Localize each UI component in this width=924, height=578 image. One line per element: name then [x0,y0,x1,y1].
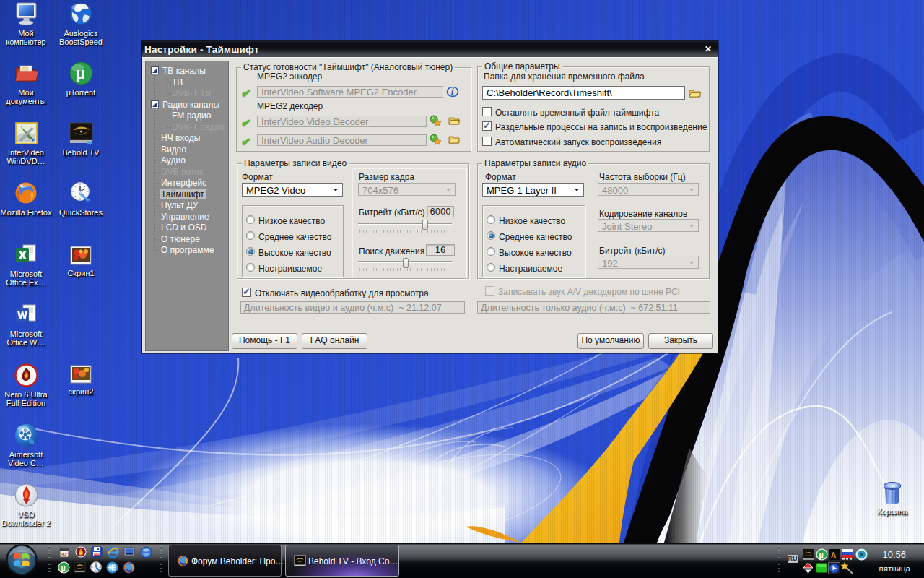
svg-text:µ: µ [819,551,824,559]
svg-text:µ: µ [61,564,66,572]
svg-text:i: i [451,87,454,97]
svg-text:A: A [831,551,836,559]
svg-text:321: 321 [61,551,69,558]
svg-text:µ: µ [76,64,85,82]
